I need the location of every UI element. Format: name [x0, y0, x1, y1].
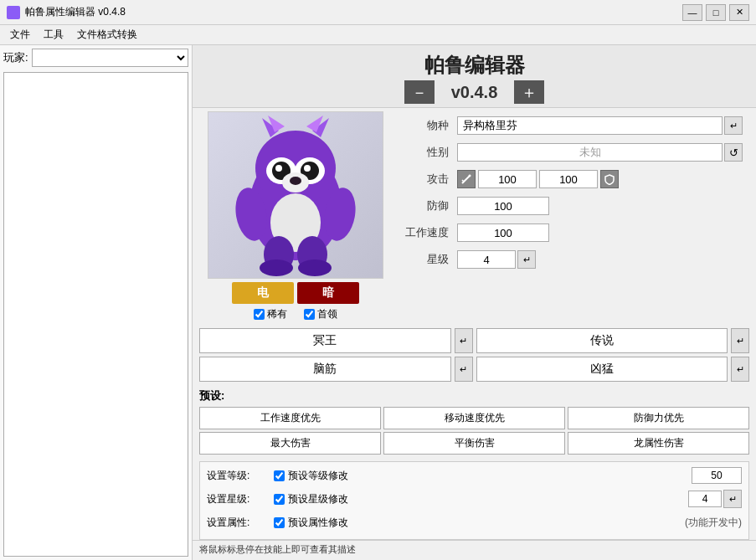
rare-label: 稀有 [267, 307, 287, 321]
status-text: 将鼠标标悬停在技能上即可查看其描述 [199, 543, 356, 556]
skill1: 冥王 [199, 328, 451, 353]
config-star-label: 设置星级: [207, 492, 274, 506]
gender-refresh[interactable]: ↺ [724, 143, 743, 162]
star-check-label: 预设星级修改 [288, 492, 348, 506]
config-level-label: 设置等级: [207, 469, 274, 483]
star-value: 4 [457, 250, 516, 269]
defense-label: 防御 [399, 198, 457, 213]
player-row: 玩家: [3, 49, 188, 67]
gender-label: 性别 [399, 145, 457, 160]
level-input[interactable] [692, 467, 742, 484]
star-checkbox[interactable] [274, 494, 285, 505]
skill4-arrow[interactable]: ↵ [731, 357, 749, 382]
menu-bar: 文件 工具 文件格式转换 [0, 25, 756, 45]
skills-section: 冥王 ↵ 传说 ↵ [193, 325, 756, 357]
close-button[interactable]: ✕ [729, 4, 749, 21]
editor-title: 帕鲁编辑器 [193, 52, 756, 79]
star-num: 4 [688, 491, 722, 507]
shield-icon [600, 170, 619, 188]
minus-button[interactable]: － [404, 80, 435, 104]
attack-values: 100 100 [457, 170, 619, 188]
svg-point-6 [275, 165, 282, 172]
level-check-label: 预设等级修改 [288, 469, 348, 483]
star-row: 星级 4 ↵ [399, 249, 743, 270]
config-level-row: 设置等级: 预设等级修改 [207, 465, 742, 486]
attr-note: (功能开发中) [685, 516, 742, 530]
presets-section: 预设: 工作速度优先 移动速度优先 防御力优先 最大伤害 平衡伤害 龙属性伤害 [193, 385, 756, 461]
skill3-arrow[interactable]: ↵ [455, 357, 473, 382]
species-value: 异构格里芬 [457, 116, 723, 135]
config-star-row: 设置星级: 预设星级修改 4 ↵ [207, 489, 742, 509]
config-star-value: 4 ↵ [688, 490, 742, 508]
type-badges: 电 暗 [232, 282, 359, 304]
preset-balanced[interactable]: 平衡伤害 [383, 432, 565, 455]
svg-point-20 [298, 259, 332, 276]
config-attr-label: 设置属性: [207, 516, 274, 530]
skill2-arrow[interactable]: ↵ [731, 328, 749, 353]
workspeed-row: 工作速度 100 [399, 222, 743, 244]
skill4: 凶猛 [476, 357, 728, 382]
editor-header: 帕鲁编辑器 － v0.4.8 ＋ [193, 45, 756, 108]
config-attr-row: 设置属性: 预设属性修改 (功能开发中) [207, 512, 742, 532]
right-panel: 帕鲁编辑器 － v0.4.8 ＋ [193, 45, 756, 560]
boss-checkbox[interactable]: 首领 [304, 307, 337, 321]
config-star-arrow[interactable]: ↵ [723, 490, 742, 508]
svg-point-19 [260, 259, 293, 276]
type-dark: 暗 [297, 282, 359, 304]
preset-grid: 工作速度优先 移动速度优先 防御力优先 最大伤害 平衡伤害 龙属性伤害 [199, 407, 749, 455]
species-label: 物种 [399, 118, 457, 133]
defense-row: 防御 100 [399, 195, 743, 217]
config-attr-check: 预设属性修改 [274, 516, 676, 530]
defense-value: 100 [457, 197, 549, 215]
attack-row: 攻击 100 100 [399, 168, 743, 190]
svg-point-9 [290, 177, 301, 185]
star-label: 星级 [399, 252, 457, 267]
preset-defense[interactable]: 防御力优先 [568, 407, 749, 429]
plus-button[interactable]: ＋ [514, 80, 544, 104]
attack-value2: 100 [539, 170, 598, 188]
app-icon [7, 6, 20, 19]
attr-checkbox[interactable] [274, 517, 285, 528]
attack-value1: 100 [478, 170, 537, 188]
preset-movespeed[interactable]: 移动速度优先 [383, 407, 565, 429]
level-checkbox[interactable] [274, 470, 285, 481]
menu-tools[interactable]: 工具 [37, 26, 70, 44]
species-row: 物种 异构格里芬 ↵ [399, 115, 743, 136]
maximize-button[interactable]: □ [706, 4, 726, 21]
attr-check-label: 预设属性修改 [288, 516, 348, 530]
title-bar: 帕鲁属性编辑器 v0.4.8 — □ ✕ [0, 0, 756, 25]
star-arrow[interactable]: ↵ [517, 250, 536, 269]
pal-view: 电 暗 稀有 首领 物种 [193, 108, 756, 325]
preset-dragon[interactable]: 龙属性伤害 [568, 432, 749, 455]
species-arrow[interactable]: ↵ [724, 116, 743, 135]
config-level-check: 预设等级修改 [274, 469, 692, 483]
config-star-check: 预设星级修改 [274, 492, 688, 506]
skills-section2: 脑筋 ↵ 凶猛 ↵ [193, 357, 756, 385]
player-select[interactable] [32, 49, 188, 67]
title-text: 帕鲁属性编辑器 v0.4.8 [25, 5, 682, 19]
menu-convert[interactable]: 文件格式转换 [70, 26, 144, 44]
status-bar: 将鼠标标悬停在技能上即可查看其描述 [193, 540, 756, 558]
stats-area: 物种 异构格里芬 ↵ 性别 未知 ↺ 攻击 [392, 111, 749, 321]
player-label: 玩家: [3, 50, 28, 65]
skill1-arrow[interactable]: ↵ [455, 328, 473, 353]
workspeed-label: 工作速度 [399, 225, 457, 240]
version-row: － v0.4.8 ＋ [193, 80, 756, 104]
version-text: v0.4.8 [451, 83, 498, 102]
attack-label: 攻击 [399, 172, 457, 187]
preset-maxdmg[interactable]: 最大伤害 [199, 432, 381, 455]
boss-label: 首领 [317, 307, 337, 321]
presets-title: 预设: [199, 388, 749, 403]
gender-row: 性别 未知 ↺ [399, 141, 743, 163]
pal-list[interactable] [3, 72, 188, 557]
preset-workspeed[interactable]: 工作速度优先 [199, 407, 381, 429]
main-content: 玩家: 帕鲁编辑器 － v0.4.8 ＋ [0, 45, 756, 560]
workspeed-value: 100 [457, 223, 549, 242]
menu-file[interactable]: 文件 [3, 26, 37, 44]
rare-checkbox[interactable]: 稀有 [254, 307, 287, 321]
pal-figure-svg [224, 114, 367, 277]
pal-image-area: 电 暗 稀有 首领 [199, 111, 392, 321]
left-panel: 玩家: [0, 45, 193, 560]
svg-line-22 [462, 180, 464, 182]
minimize-button[interactable]: — [682, 4, 702, 21]
